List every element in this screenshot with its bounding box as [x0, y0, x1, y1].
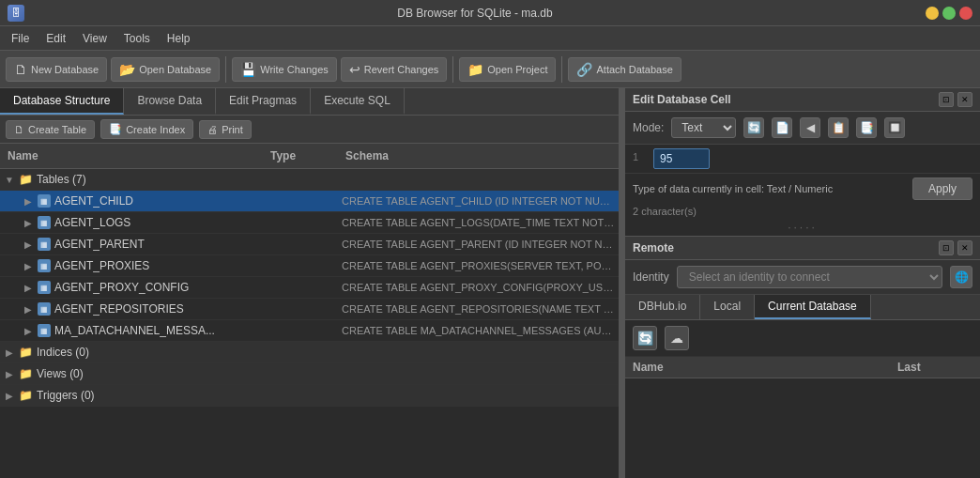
tree-row-agent-proxy-config[interactable]: ▶ ▦ AGENT_PROXY_CONFIG CREATE TABLE AGEN…	[0, 277, 619, 299]
tree-row-views-group[interactable]: ▶ 📁 Views (0)	[0, 363, 619, 385]
expand-icon-agent-proxies: ▶	[23, 261, 34, 271]
ma-datachannel-label: MA_DATACHANNEL_MESSA...	[54, 324, 215, 337]
header-type: Type	[263, 147, 338, 164]
folder-icon-triggers: 📁	[19, 389, 33, 402]
open-database-button[interactable]: 📂 Open Database	[111, 57, 220, 82]
tree-row-ma-datachannel[interactable]: ▶ ▦ MA_DATACHANNEL_MESSA... CREATE TABLE…	[0, 320, 619, 342]
open-database-icon: 📂	[119, 62, 135, 77]
edit-cell-close-button[interactable]: ✕	[957, 92, 972, 107]
tab-execute-sql[interactable]: Execute SQL	[311, 88, 405, 115]
folder-icon-indices: 📁	[19, 346, 33, 359]
app-icon: 🗄	[8, 5, 24, 22]
menu-tools[interactable]: Tools	[116, 29, 158, 48]
remote-panel: Remote ⊡ ✕ Identity Select an identity t…	[625, 237, 980, 478]
sub-toolbar: 🗋 Create Table 📑 Create Index 🖨 Print	[0, 116, 619, 144]
tree-name-agent-logs: ▶ ▦ AGENT_LOGS	[0, 214, 263, 231]
mode-icon-btn-4[interactable]: 📋	[828, 117, 849, 138]
mode-icon-btn-2[interactable]: 📄	[772, 117, 792, 138]
open-project-button[interactable]: 📁 Open Project	[459, 57, 556, 82]
left-panel: Database Structure Browse Data Edit Prag…	[0, 88, 620, 478]
remote-tab-current-db[interactable]: Current Database	[755, 295, 871, 319]
table-icon-agent-proxy-config: ▦	[38, 281, 51, 294]
agent-child-label: AGENT_CHILD	[54, 194, 133, 208]
tree-type-tables	[263, 177, 338, 181]
minimize-button[interactable]	[926, 7, 939, 20]
tree-name-tables-group: ▼ 📁 Tables (7)	[0, 171, 263, 188]
remote-close-button[interactable]: ✕	[957, 240, 972, 255]
tree-row-agent-logs[interactable]: ▶ ▦ AGENT_LOGS CREATE TABLE AGENT_LOGS(D…	[0, 212, 619, 234]
tree-row-tables-group[interactable]: ▼ 📁 Tables (7)	[0, 169, 619, 191]
maximize-button[interactable]	[942, 7, 956, 20]
tree-type-agent-repositories	[263, 307, 338, 311]
remote-tab-dbhub[interactable]: DBHub.io	[625, 295, 700, 319]
edit-cell-undock-button[interactable]: ⊡	[939, 92, 954, 107]
mode-label: Mode:	[633, 121, 664, 134]
close-button[interactable]	[959, 7, 972, 20]
remote-col-last: Last	[897, 361, 972, 374]
print-button[interactable]: 🖨 Print	[199, 120, 252, 139]
line-number: 1	[633, 148, 648, 162]
create-table-icon: 🗋	[14, 124, 24, 135]
tree-row-agent-parent[interactable]: ▶ ▦ AGENT_PARENT CREATE TABLE AGENT_PARE…	[0, 234, 619, 255]
tree-schema-triggers	[338, 393, 619, 397]
identity-label: Identity	[633, 270, 669, 284]
header-schema: Schema	[338, 147, 619, 164]
tree-type-triggers	[263, 393, 338, 397]
mode-select[interactable]: Text Binary Null	[671, 117, 736, 138]
expand-icon-agent-repositories: ▶	[23, 304, 34, 315]
tab-edit-pragmas[interactable]: Edit Pragmas	[216, 88, 311, 115]
char-count: 2 character(s)	[625, 204, 980, 219]
tree-name-agent-proxies: ▶ ▦ AGENT_PROXIES	[0, 257, 263, 274]
create-index-icon: 📑	[109, 123, 122, 135]
mode-icon-btn-3[interactable]: ◀	[800, 117, 820, 138]
remote-action-row: 🔄 ☁	[625, 320, 980, 357]
mode-icon-btn-1[interactable]: 🔄	[743, 117, 764, 138]
tree-row-agent-repositories[interactable]: ▶ ▦ AGENT_REPOSITORIES CREATE TABLE AGEN…	[0, 299, 619, 320]
tree-schema-agent-proxy-config: CREATE TABLE AGENT_PROXY_CONFIG(PROXY_US…	[338, 280, 619, 295]
remote-undock-button[interactable]: ⊡	[939, 240, 954, 255]
remote-tab-local[interactable]: Local	[700, 295, 755, 319]
revert-changes-label: Revert Changes	[364, 64, 439, 75]
title-bar-title: DB Browser for SQLite - ma.db	[24, 7, 926, 20]
identity-select[interactable]: Select an identity to connect	[677, 266, 942, 288]
attach-database-button[interactable]: 🔗 Attach Database	[568, 57, 681, 82]
cell-value[interactable]: 95	[653, 148, 710, 169]
indices-group-label: Indices (0)	[37, 346, 89, 359]
revert-changes-button[interactable]: ↩ Revert Changes	[341, 57, 448, 82]
apply-button[interactable]: Apply	[912, 177, 972, 200]
menu-edit[interactable]: Edit	[38, 29, 73, 48]
title-bar-left: 🗄	[8, 5, 24, 22]
tree-schema-agent-logs: CREATE TABLE AGENT_LOGS(DATE_TIME TEXT N…	[338, 215, 619, 230]
tab-browse-data[interactable]: Browse Data	[124, 88, 216, 115]
create-index-button[interactable]: 📑 Create Index	[100, 119, 193, 139]
table-icon-agent-child: ▦	[38, 194, 51, 208]
mode-icon-btn-5[interactable]: 📑	[856, 117, 877, 138]
tree-row-indices-group[interactable]: ▶ 📁 Indices (0)	[0, 342, 619, 363]
agent-parent-label: AGENT_PARENT	[54, 238, 145, 251]
agent-repositories-label: AGENT_REPOSITORIES	[54, 302, 184, 316]
identity-connect-button[interactable]: 🌐	[950, 266, 972, 288]
write-changes-button[interactable]: 💾 Write Changes	[232, 57, 337, 82]
menu-help[interactable]: Help	[160, 29, 198, 48]
tree-row-agent-child[interactable]: ▶ ▦ AGENT_CHILD CREATE TABLE AGENT_CHILD…	[0, 191, 619, 212]
tree-type-agent-proxies	[263, 264, 338, 268]
edit-cell-controls: ⊡ ✕	[939, 92, 972, 107]
views-group-label: Views (0)	[37, 367, 84, 380]
table-icon-agent-repositories: ▦	[38, 302, 51, 316]
tree-row-agent-proxies[interactable]: ▶ ▦ AGENT_PROXIES CREATE TABLE AGENT_PRO…	[0, 255, 619, 277]
remote-refresh-button[interactable]: 🔄	[633, 326, 657, 350]
tree-name-views-group: ▶ 📁 Views (0)	[0, 365, 263, 382]
new-database-button[interactable]: 🗋 New Database	[6, 57, 107, 82]
menu-file[interactable]: File	[4, 29, 37, 48]
create-table-button[interactable]: 🗋 Create Table	[6, 120, 95, 139]
remote-upload-button[interactable]: ☁	[665, 326, 689, 350]
menu-view[interactable]: View	[75, 29, 115, 48]
agent-proxy-config-label: AGENT_PROXY_CONFIG	[54, 281, 189, 294]
tree-name-agent-repositories: ▶ ▦ AGENT_REPOSITORIES	[0, 301, 263, 317]
tab-database-structure[interactable]: Database Structure	[0, 88, 124, 115]
tree-schema-ma-datachannel: CREATE TABLE MA_DATACHANNEL_MESSAGES (AU…	[338, 323, 619, 338]
tree-row-triggers-group[interactable]: ▶ 📁 Triggers (0)	[0, 385, 619, 407]
mode-icon-btn-6[interactable]: 🔲	[884, 117, 905, 138]
tree-name-agent-parent: ▶ ▦ AGENT_PARENT	[0, 236, 263, 253]
new-database-icon: 🗋	[14, 62, 27, 77]
